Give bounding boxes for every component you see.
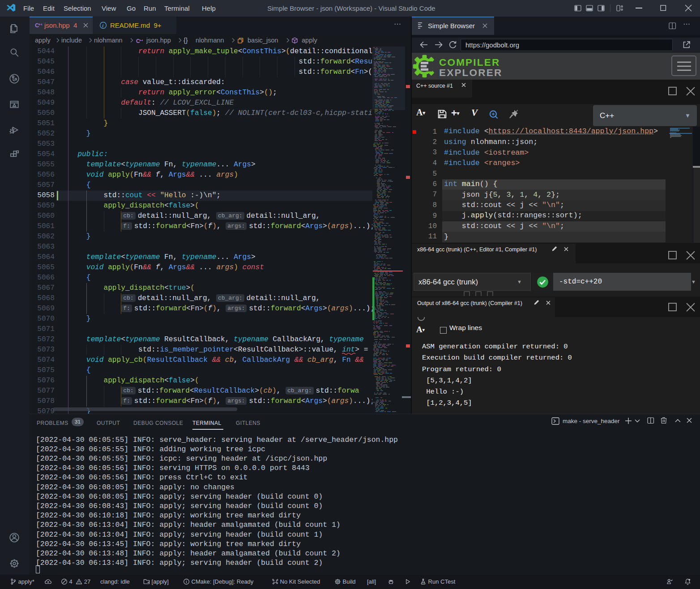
svg-text:++: ++ (38, 22, 42, 27)
svg-text:++: ++ (139, 38, 143, 42)
svg-text:i: i (102, 23, 104, 28)
